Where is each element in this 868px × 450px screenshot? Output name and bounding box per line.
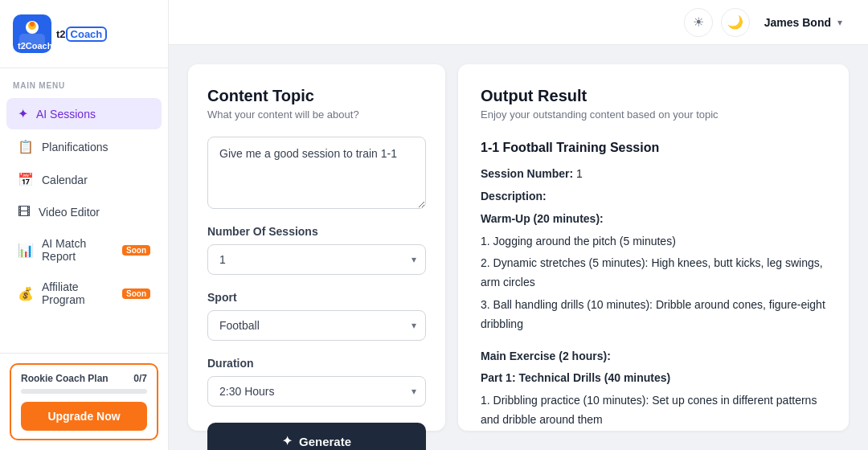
sidebar-item-ai-sessions[interactable]: ✦ AI Sessions (6, 98, 162, 129)
duration-label: Duration (207, 357, 426, 370)
sidebar-bottom: Rookie Coach Plan 0/7 Upgrade Now (0, 353, 168, 450)
plan-bar-bg (21, 389, 147, 394)
sidebar-item-ai-match-report[interactable]: 📊 AI Match Report Soon (6, 229, 162, 271)
ai-sessions-icon: ✦ (18, 106, 28, 121)
topic-textarea[interactable]: Give me a good session to train 1-1 (207, 137, 426, 209)
line-7: Part 1: Technical Drills (40 minutes) (481, 369, 826, 388)
sport-select-wrapper: Football Basketball Tennis Rugby Basebal… (207, 310, 426, 341)
upgrade-button[interactable]: Upgrade Now (21, 402, 147, 431)
svg-text:t2Coach: t2Coach (18, 41, 51, 51)
line-6: Main Exercise (2 hours): (481, 347, 826, 366)
line-0: Session Number: 1 (481, 165, 826, 184)
logo-area: t2Coach t2 Coach (0, 0, 168, 68)
sidebar-item-label: Calendar (42, 174, 88, 186)
sidebar-item-label: AI Match Report (42, 237, 111, 263)
section-label: MAIN MENU (0, 68, 168, 96)
generate-sparkle-icon: ✦ (282, 434, 293, 448)
output-block-2: Main Exercise (2 hours): Part 1: Technic… (481, 347, 826, 431)
content-area: Content Topic What your content will be … (169, 45, 868, 450)
sessions-select[interactable]: 1 2 3 4 5 (207, 244, 426, 275)
sun-icon: ☀ (693, 14, 704, 30)
user-name: James Bond (764, 16, 831, 29)
svg-point-3 (30, 22, 35, 27)
sport-label: Sport (207, 291, 426, 304)
sport-select[interactable]: Football Basketball Tennis Rugby Basebal… (207, 310, 426, 341)
output-result-panel: Output Result Enjoy your outstanding con… (458, 64, 849, 431)
panel-subtitle: What your content will be about? (207, 108, 426, 121)
chevron-down-icon: ▾ (837, 17, 842, 28)
user-menu[interactable]: James Bond ▾ (758, 13, 849, 32)
content-heading: 1-1 Football Training Session (481, 137, 826, 158)
panel-title: Content Topic (207, 87, 426, 105)
sidebar-item-label: Video Editor (39, 206, 100, 219)
plan-usage: 0/7 (133, 373, 147, 384)
sidebar-item-label: Affiliate Program (42, 280, 111, 306)
topic-form-group: Give me a good session to train 1-1 (207, 137, 426, 209)
sport-form-group: Sport Football Basketball Tennis Rugby B… (207, 291, 426, 341)
generate-button[interactable]: ✦ Generate (207, 423, 426, 450)
line-1: Description: (481, 187, 826, 207)
moon-icon: 🌙 (727, 14, 743, 30)
sidebar-item-label: Planifications (42, 141, 108, 153)
generate-label: Generate (299, 435, 351, 448)
brand-container: t2 Coach (56, 27, 107, 42)
sidebar: t2Coach t2 Coach MAIN MENU ✦ AI Sessions… (0, 0, 169, 450)
sessions-label: Number Of Sessions (207, 225, 426, 238)
header: ☀ 🌙 James Bond ▾ (169, 0, 868, 45)
calendar-icon: 📅 (18, 172, 34, 187)
ai-match-icon: 📊 (18, 243, 34, 258)
logo-icon: t2Coach (13, 14, 51, 53)
duration-form-group: Duration 1:00 Hour 1:30 Hours 2:00 Hours… (207, 357, 426, 407)
video-editor-icon: 🎞 (18, 205, 31, 219)
sidebar-item-planifications[interactable]: 📋 Planifications (6, 131, 162, 162)
duration-select[interactable]: 1:00 Hour 1:30 Hours 2:00 Hours 2:30 Hou… (207, 376, 426, 407)
content-topic-panel: Content Topic What your content will be … (188, 64, 445, 431)
line-5: 3. Ball handling drills (10 minutes): Dr… (481, 296, 826, 334)
output-content: 1-1 Football Training Session Session Nu… (481, 137, 826, 431)
sidebar-item-video-editor[interactable]: 🎞 Video Editor (6, 197, 162, 227)
soon-badge-affiliate: Soon (122, 288, 150, 299)
output-block: Session Number: 1 Description: Warm-Up (… (481, 165, 826, 333)
soon-badge: Soon (122, 245, 150, 256)
affiliate-icon: 💰 (18, 286, 34, 301)
panel-header: Content Topic What your content will be … (207, 87, 426, 121)
main-area: ☀ 🌙 James Bond ▾ Content Topic What your… (169, 0, 868, 450)
sidebar-nav: MAIN MENU ✦ AI Sessions 📋 Planifications… (0, 68, 168, 353)
line-3: 1. Jogging around the pitch (5 minutes) (481, 232, 826, 252)
sidebar-item-label: AI Sessions (36, 108, 96, 121)
plan-name: Rookie Coach Plan (21, 373, 108, 384)
planifications-icon: 📋 (18, 139, 34, 154)
brand-coach: Coach (66, 27, 108, 42)
sidebar-item-calendar[interactable]: 📅 Calendar (6, 164, 162, 195)
plan-box: Rookie Coach Plan 0/7 Upgrade Now (10, 363, 158, 440)
line-8: 1. Dribbling practice (10 minutes): Set … (481, 391, 826, 430)
sidebar-item-affiliate-program[interactable]: 💰 Affiliate Program Soon (6, 272, 162, 314)
line-2: Warm-Up (20 minutes): (481, 210, 826, 229)
line-4: 2. Dynamic stretches (5 minutes): High k… (481, 254, 826, 292)
theme-light-button[interactable]: ☀ (684, 8, 713, 37)
output-subtitle: Enjoy your outstanding content based on … (481, 108, 826, 121)
duration-select-wrapper: 1:00 Hour 1:30 Hours 2:00 Hours 2:30 Hou… (207, 376, 426, 407)
sessions-select-wrapper: 1 2 3 4 5 ▾ (207, 244, 426, 275)
sessions-form-group: Number Of Sessions 1 2 3 4 5 ▾ (207, 225, 426, 275)
output-title: Output Result (481, 87, 826, 105)
brand-t2: t2 (56, 28, 66, 40)
theme-dark-button[interactable]: 🌙 (721, 8, 750, 37)
